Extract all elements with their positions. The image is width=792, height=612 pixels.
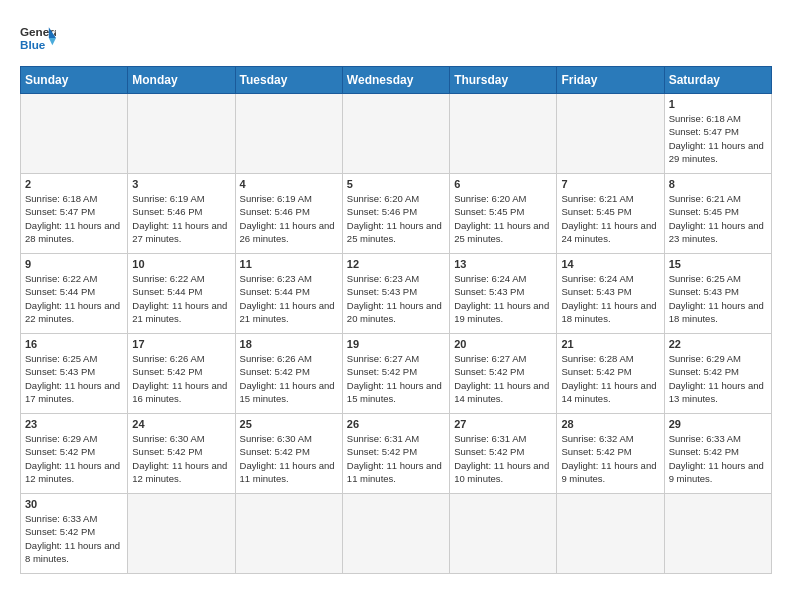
calendar-cell: 17Sunrise: 6:26 AMSunset: 5:42 PMDayligh… [128, 334, 235, 414]
day-info: Sunrise: 6:20 AMSunset: 5:45 PMDaylight:… [454, 192, 552, 245]
calendar-cell: 22Sunrise: 6:29 AMSunset: 5:42 PMDayligh… [664, 334, 771, 414]
calendar-cell: 4Sunrise: 6:19 AMSunset: 5:46 PMDaylight… [235, 174, 342, 254]
calendar-cell [557, 94, 664, 174]
day-info: Sunrise: 6:27 AMSunset: 5:42 PMDaylight:… [347, 352, 445, 405]
calendar-cell [557, 494, 664, 574]
day-number: 21 [561, 338, 659, 350]
calendar-cell: 8Sunrise: 6:21 AMSunset: 5:45 PMDaylight… [664, 174, 771, 254]
page-header: General Blue [20, 20, 772, 56]
calendar-cell: 23Sunrise: 6:29 AMSunset: 5:42 PMDayligh… [21, 414, 128, 494]
calendar-cell: 12Sunrise: 6:23 AMSunset: 5:43 PMDayligh… [342, 254, 449, 334]
day-number: 28 [561, 418, 659, 430]
calendar-cell: 27Sunrise: 6:31 AMSunset: 5:42 PMDayligh… [450, 414, 557, 494]
logo-icon: General Blue [20, 20, 56, 56]
calendar-cell: 30Sunrise: 6:33 AMSunset: 5:42 PMDayligh… [21, 494, 128, 574]
calendar-week-2: 2Sunrise: 6:18 AMSunset: 5:47 PMDaylight… [21, 174, 772, 254]
day-number: 26 [347, 418, 445, 430]
day-number: 24 [132, 418, 230, 430]
day-number: 19 [347, 338, 445, 350]
calendar-cell [342, 494, 449, 574]
calendar-cell [128, 494, 235, 574]
day-number: 11 [240, 258, 338, 270]
calendar-cell [342, 94, 449, 174]
calendar-cell [450, 494, 557, 574]
day-header-tuesday: Tuesday [235, 67, 342, 94]
day-info: Sunrise: 6:23 AMSunset: 5:44 PMDaylight:… [240, 272, 338, 325]
calendar-cell: 24Sunrise: 6:30 AMSunset: 5:42 PMDayligh… [128, 414, 235, 494]
day-number: 7 [561, 178, 659, 190]
day-info: Sunrise: 6:31 AMSunset: 5:42 PMDaylight:… [454, 432, 552, 485]
calendar-cell: 1Sunrise: 6:18 AMSunset: 5:47 PMDaylight… [664, 94, 771, 174]
day-info: Sunrise: 6:22 AMSunset: 5:44 PMDaylight:… [132, 272, 230, 325]
day-number: 6 [454, 178, 552, 190]
day-number: 13 [454, 258, 552, 270]
calendar-cell: 18Sunrise: 6:26 AMSunset: 5:42 PMDayligh… [235, 334, 342, 414]
calendar-week-5: 23Sunrise: 6:29 AMSunset: 5:42 PMDayligh… [21, 414, 772, 494]
calendar-cell: 9Sunrise: 6:22 AMSunset: 5:44 PMDaylight… [21, 254, 128, 334]
calendar-cell: 7Sunrise: 6:21 AMSunset: 5:45 PMDaylight… [557, 174, 664, 254]
day-info: Sunrise: 6:27 AMSunset: 5:42 PMDaylight:… [454, 352, 552, 405]
calendar-cell [128, 94, 235, 174]
day-info: Sunrise: 6:29 AMSunset: 5:42 PMDaylight:… [25, 432, 123, 485]
day-number: 29 [669, 418, 767, 430]
day-header-friday: Friday [557, 67, 664, 94]
day-number: 1 [669, 98, 767, 110]
day-number: 22 [669, 338, 767, 350]
day-header-thursday: Thursday [450, 67, 557, 94]
calendar-cell [664, 494, 771, 574]
day-info: Sunrise: 6:32 AMSunset: 5:42 PMDaylight:… [561, 432, 659, 485]
calendar-cell: 20Sunrise: 6:27 AMSunset: 5:42 PMDayligh… [450, 334, 557, 414]
day-number: 16 [25, 338, 123, 350]
day-info: Sunrise: 6:31 AMSunset: 5:42 PMDaylight:… [347, 432, 445, 485]
day-info: Sunrise: 6:30 AMSunset: 5:42 PMDaylight:… [132, 432, 230, 485]
calendar-cell: 13Sunrise: 6:24 AMSunset: 5:43 PMDayligh… [450, 254, 557, 334]
day-header-monday: Monday [128, 67, 235, 94]
day-number: 9 [25, 258, 123, 270]
calendar-cell: 25Sunrise: 6:30 AMSunset: 5:42 PMDayligh… [235, 414, 342, 494]
svg-text:Blue: Blue [20, 38, 46, 51]
day-number: 27 [454, 418, 552, 430]
calendar-cell: 10Sunrise: 6:22 AMSunset: 5:44 PMDayligh… [128, 254, 235, 334]
day-number: 4 [240, 178, 338, 190]
day-info: Sunrise: 6:19 AMSunset: 5:46 PMDaylight:… [132, 192, 230, 245]
calendar-week-3: 9Sunrise: 6:22 AMSunset: 5:44 PMDaylight… [21, 254, 772, 334]
calendar-cell: 2Sunrise: 6:18 AMSunset: 5:47 PMDaylight… [21, 174, 128, 254]
day-number: 3 [132, 178, 230, 190]
day-number: 10 [132, 258, 230, 270]
day-number: 14 [561, 258, 659, 270]
day-info: Sunrise: 6:33 AMSunset: 5:42 PMDaylight:… [25, 512, 123, 565]
day-info: Sunrise: 6:23 AMSunset: 5:43 PMDaylight:… [347, 272, 445, 325]
day-info: Sunrise: 6:25 AMSunset: 5:43 PMDaylight:… [25, 352, 123, 405]
day-info: Sunrise: 6:21 AMSunset: 5:45 PMDaylight:… [669, 192, 767, 245]
calendar-week-1: 1Sunrise: 6:18 AMSunset: 5:47 PMDaylight… [21, 94, 772, 174]
day-info: Sunrise: 6:29 AMSunset: 5:42 PMDaylight:… [669, 352, 767, 405]
day-info: Sunrise: 6:28 AMSunset: 5:42 PMDaylight:… [561, 352, 659, 405]
day-number: 12 [347, 258, 445, 270]
day-number: 15 [669, 258, 767, 270]
day-header-sunday: Sunday [21, 67, 128, 94]
day-info: Sunrise: 6:24 AMSunset: 5:43 PMDaylight:… [561, 272, 659, 325]
day-number: 23 [25, 418, 123, 430]
calendar-cell: 11Sunrise: 6:23 AMSunset: 5:44 PMDayligh… [235, 254, 342, 334]
calendar-cell: 15Sunrise: 6:25 AMSunset: 5:43 PMDayligh… [664, 254, 771, 334]
day-number: 20 [454, 338, 552, 350]
day-info: Sunrise: 6:20 AMSunset: 5:46 PMDaylight:… [347, 192, 445, 245]
day-info: Sunrise: 6:25 AMSunset: 5:43 PMDaylight:… [669, 272, 767, 325]
calendar-cell: 26Sunrise: 6:31 AMSunset: 5:42 PMDayligh… [342, 414, 449, 494]
calendar-cell: 29Sunrise: 6:33 AMSunset: 5:42 PMDayligh… [664, 414, 771, 494]
calendar-cell [450, 94, 557, 174]
day-info: Sunrise: 6:26 AMSunset: 5:42 PMDaylight:… [132, 352, 230, 405]
calendar-cell: 21Sunrise: 6:28 AMSunset: 5:42 PMDayligh… [557, 334, 664, 414]
calendar-table: SundayMondayTuesdayWednesdayThursdayFrid… [20, 66, 772, 574]
day-number: 8 [669, 178, 767, 190]
day-number: 5 [347, 178, 445, 190]
day-info: Sunrise: 6:21 AMSunset: 5:45 PMDaylight:… [561, 192, 659, 245]
calendar-cell: 3Sunrise: 6:19 AMSunset: 5:46 PMDaylight… [128, 174, 235, 254]
day-info: Sunrise: 6:24 AMSunset: 5:43 PMDaylight:… [454, 272, 552, 325]
day-header-saturday: Saturday [664, 67, 771, 94]
calendar-week-6: 30Sunrise: 6:33 AMSunset: 5:42 PMDayligh… [21, 494, 772, 574]
day-number: 30 [25, 498, 123, 510]
day-info: Sunrise: 6:22 AMSunset: 5:44 PMDaylight:… [25, 272, 123, 325]
day-info: Sunrise: 6:30 AMSunset: 5:42 PMDaylight:… [240, 432, 338, 485]
day-number: 2 [25, 178, 123, 190]
